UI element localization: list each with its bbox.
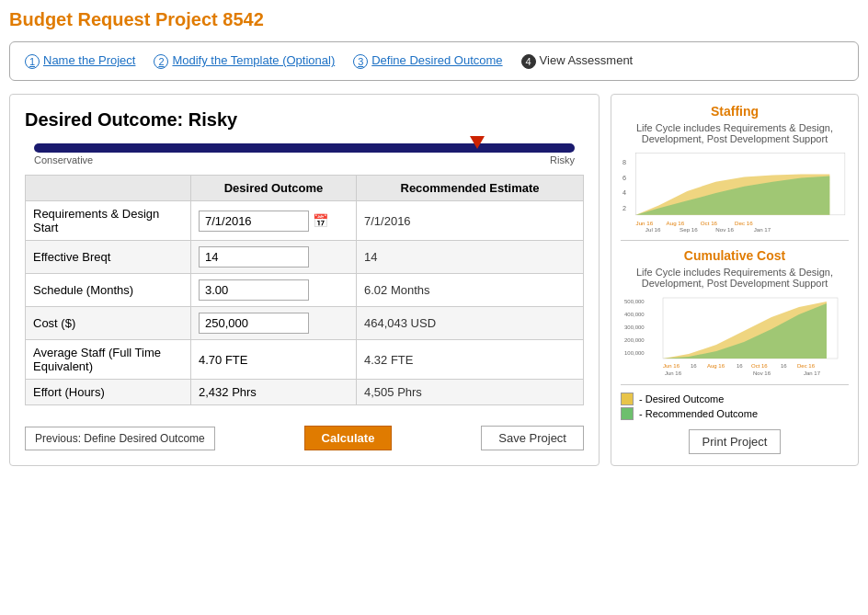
cumcost-chart: 500,000 400,000 300,000 200,000 100,000 …	[621, 294, 849, 377]
svg-text:Aug 16: Aug 16	[707, 363, 725, 369]
svg-text:2: 2	[622, 204, 626, 212]
svg-text:Jan 17: Jan 17	[754, 226, 771, 233]
step-4[interactable]: 4 View Assessment	[521, 53, 634, 69]
calendar-icon-0[interactable]: 📅	[313, 213, 328, 228]
svg-text:16: 16	[737, 363, 743, 369]
svg-text:Jun 16: Jun 16	[663, 363, 680, 369]
text-input-2[interactable]	[199, 279, 309, 301]
table-col-empty	[26, 176, 191, 201]
page-title: Budget Request Project 8542	[9, 9, 859, 30]
calculate-button[interactable]: Calculate	[304, 426, 393, 450]
legend-desired-label: - Desired Outcome	[639, 393, 724, 404]
svg-text:Nov 16: Nov 16	[753, 370, 771, 376]
table-row-desired: 2,432 Phrs	[191, 380, 357, 405]
cumcost-title: Cumulative Cost	[621, 248, 849, 263]
svg-text:Dec 16: Dec 16	[797, 363, 816, 369]
legend-desired-box	[621, 393, 634, 405]
cumcost-chart-svg: 500,000 400,000 300,000 200,000 100,000 …	[621, 294, 849, 377]
step-2[interactable]: 2 Modify the Template (Optional)	[154, 53, 335, 69]
save-project-button[interactable]: Save Project	[481, 426, 584, 450]
svg-text:Jun 16: Jun 16	[636, 220, 654, 226]
svg-text:8: 8	[622, 158, 626, 166]
table-row-label: Requirements & Design Start	[26, 201, 191, 241]
table-col-desired: Desired Outcome	[191, 176, 357, 201]
svg-text:Jun 16: Jun 16	[665, 370, 682, 376]
table-row-desired	[191, 307, 357, 340]
table-row-recommended: 464,043 USD	[357, 307, 584, 340]
table-row-desired	[191, 241, 357, 274]
cumcost-subtitle: Life Cycle includes Requirements & Desig…	[621, 267, 849, 289]
table-row-label: Effective Breqt	[26, 241, 191, 274]
text-input-3[interactable]	[199, 313, 309, 334]
table-row-desired	[191, 274, 357, 307]
svg-text:300,000: 300,000	[624, 325, 645, 330]
svg-text:6: 6	[622, 174, 626, 182]
table-row-label: Schedule (Months)	[26, 274, 191, 307]
svg-text:200,000: 200,000	[624, 337, 645, 343]
step-1[interactable]: 1 Name the Project	[25, 53, 135, 69]
divider-2	[621, 384, 849, 385]
table-row-label: Cost ($)	[26, 307, 191, 340]
print-project-button[interactable]: Print Project	[689, 429, 782, 454]
divider-1	[621, 240, 849, 241]
legend-recommended-box	[621, 407, 634, 420]
risk-slider-track[interactable]	[34, 143, 575, 153]
table-row-recommended: 4,505 Phrs	[357, 380, 584, 405]
table-row-label: Average Staff (Full Time Equivalent)	[26, 340, 191, 380]
svg-text:500,000: 500,000	[624, 299, 645, 304]
svg-text:400,000: 400,000	[624, 312, 645, 317]
legend-desired: - Desired Outcome	[621, 393, 849, 405]
bottom-buttons: Previous: Define Desired Outcome Calcula…	[25, 418, 584, 450]
legend-recommended-label: - Recommended Outcome	[639, 408, 758, 419]
svg-text:Aug 16: Aug 16	[667, 220, 685, 226]
svg-text:Jul 16: Jul 16	[645, 226, 661, 233]
date-input-0[interactable]	[199, 211, 309, 232]
table-row-desired: 4.70 FTE	[191, 340, 357, 380]
slider-indicator	[470, 136, 485, 149]
table-row-recommended: 14	[357, 241, 584, 274]
table-col-recommended: Recommended Estimate	[357, 176, 584, 201]
svg-text:Nov 16: Nov 16	[715, 226, 734, 233]
steps-box: 1 Name the Project 2 Modify the Template…	[9, 41, 859, 81]
table-row-desired: 📅	[191, 201, 357, 241]
outcome-title: Desired Outcome: Risky	[25, 109, 584, 131]
slider-risky-label: Risky	[550, 154, 575, 165]
svg-text:Oct 16: Oct 16	[701, 220, 718, 226]
legend-recommended: - Recommended Outcome	[621, 407, 849, 420]
legend: - Desired Outcome - Recommended Outcome	[621, 393, 849, 420]
right-panel: Staffing Life Cycle includes Requirement…	[611, 94, 859, 466]
staffing-title: Staffing	[621, 104, 849, 119]
svg-text:Oct 16: Oct 16	[751, 363, 768, 369]
svg-text:Dec 16: Dec 16	[735, 220, 753, 226]
table-row-recommended: 4.32 FTE	[357, 340, 584, 380]
svg-text:Sep 16: Sep 16	[680, 226, 698, 233]
table-row-label: Effort (Hours)	[26, 380, 191, 405]
staffing-chart: 8 6 4 2 Jun 16 Aug 16 Oct 16 Dec 16 Jul …	[621, 150, 849, 233]
staffing-subtitle: Life Cycle includes Requirements & Desig…	[621, 122, 849, 144]
outcome-table: Desired Outcome Recommended Estimate Req…	[25, 175, 584, 405]
left-panel: Desired Outcome: Risky Conservative Risk…	[9, 94, 600, 466]
step-3[interactable]: 3 Define Desired Outcome	[353, 53, 502, 69]
staffing-chart-svg: 8 6 4 2 Jun 16 Aug 16 Oct 16 Dec 16 Jul …	[621, 150, 849, 233]
table-row-recommended: 6.02 Months	[357, 274, 584, 307]
slider-conservative-label: Conservative	[34, 154, 93, 165]
text-input-1[interactable]	[199, 246, 309, 268]
svg-text:100,000: 100,000	[624, 350, 645, 356]
svg-text:16: 16	[781, 363, 787, 369]
svg-text:4: 4	[622, 188, 626, 197]
risk-slider-container: Conservative Risky	[25, 143, 584, 165]
prev-button[interactable]: Previous: Define Desired Outcome	[25, 427, 215, 450]
svg-text:Jan 17: Jan 17	[804, 370, 821, 376]
svg-text:16: 16	[691, 363, 697, 369]
table-row-recommended: 7/1/2016	[357, 201, 584, 241]
